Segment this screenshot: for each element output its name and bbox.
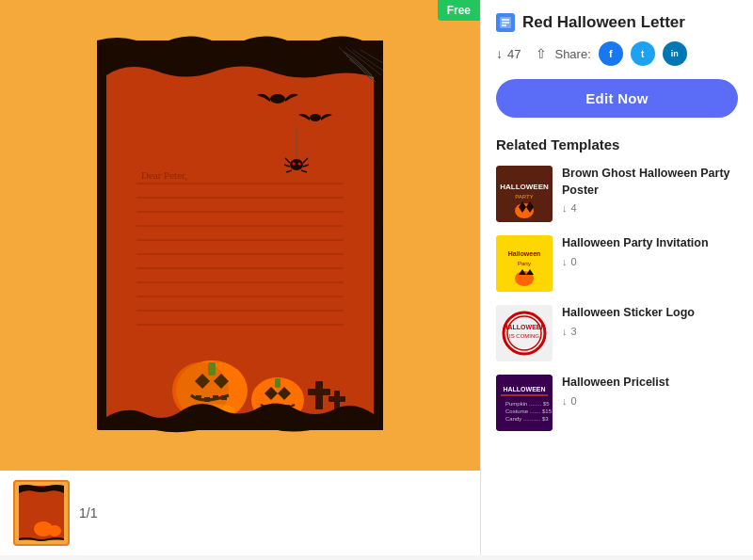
related-thumb-2: HALLOWEEN IS COMING: [496, 305, 553, 361]
related-dl-0: ↓ 4: [562, 202, 738, 214]
svg-text:Party: Party: [518, 261, 531, 266]
related-info-2: Halloween Sticker Logo ↓ 3: [562, 305, 738, 337]
left-panel: Free: [0, 0, 480, 555]
related-dl-1: ↓ 0: [562, 256, 738, 267]
related-item[interactable]: HALLOWEEN Pumpkin ........ $5 Costume ..…: [496, 375, 738, 431]
svg-text:HALLOWEEN: HALLOWEEN: [500, 183, 549, 191]
download-count: ↓ 47: [496, 46, 521, 61]
related-name-1: Halloween Party Invitation: [562, 235, 738, 252]
svg-point-17: [293, 163, 296, 166]
related-info-3: Halloween Pricelist ↓ 0: [562, 375, 738, 407]
free-badge: Free: [438, 0, 480, 21]
svg-text:Pumpkin ........ $5: Pumpkin ........ $5: [505, 401, 550, 407]
template-title-row: Red Halloween Letter: [496, 13, 738, 32]
svg-point-18: [298, 163, 301, 166]
meta-row: ↓ 47 ⇧ Share: f t in: [496, 41, 738, 66]
template-title: Red Halloween Letter: [522, 13, 685, 32]
svg-text:Costume ....... $15: Costume ....... $15: [505, 408, 553, 414]
related-name-2: Halloween Sticker Logo: [562, 305, 738, 322]
page-counter: 1/1: [79, 505, 97, 520]
svg-point-7: [270, 94, 285, 104]
twitter-share-button[interactable]: t: [631, 41, 655, 66]
related-info-1: Halloween Party Invitation ↓ 0: [562, 235, 738, 267]
svg-text:HALLOWEEN: HALLOWEEN: [503, 324, 545, 330]
related-item[interactable]: Halloween Party Halloween Party Invitati…: [496, 235, 738, 292]
share-icon: ⇧: [536, 46, 547, 61]
download-icon: ↓: [496, 46, 503, 61]
dl-icon-0: ↓: [562, 202, 568, 214]
dl-count-1: 0: [571, 256, 577, 267]
related-name-0: Brown Ghost Halloween Party Poster: [562, 166, 738, 199]
twitter-icon: t: [641, 49, 644, 59]
svg-text:PARTY: PARTY: [515, 194, 533, 200]
thumbnail-item[interactable]: [13, 480, 70, 546]
right-panel: Red Halloween Letter ↓ 47 ⇧ Share: f t i…: [480, 0, 753, 555]
download-number: 47: [507, 47, 521, 61]
thumbnail-preview: [17, 484, 66, 542]
svg-point-61: [48, 525, 61, 536]
related-item[interactable]: HALLOWEEN PARTY Brown Ghost Halloween Pa…: [496, 166, 738, 222]
halloween-letter-illustration: Dear Peter,: [89, 33, 391, 438]
related-item[interactable]: HALLOWEEN IS COMING Halloween Sticker Lo…: [496, 305, 738, 361]
facebook-icon: f: [609, 48, 613, 59]
svg-text:HALLOWEEN: HALLOWEEN: [503, 386, 545, 392]
svg-text:IS COMING: IS COMING: [509, 333, 539, 339]
template-icon: [496, 13, 515, 32]
related-dl-3: ↓ 0: [562, 395, 738, 407]
facebook-share-button[interactable]: f: [599, 41, 623, 66]
svg-rect-52: [308, 389, 330, 395]
dl-count-3: 0: [571, 395, 577, 407]
linkedin-icon: in: [671, 49, 679, 58]
svg-point-9: [290, 159, 303, 170]
related-info-0: Brown Ghost Halloween Party Poster ↓ 4: [562, 166, 738, 214]
linkedin-share-button[interactable]: in: [663, 41, 687, 66]
svg-rect-2: [106, 50, 374, 421]
dl-icon-3: ↓: [562, 395, 568, 407]
related-name-3: Halloween Pricelist: [562, 375, 738, 392]
dl-count-0: 4: [571, 202, 577, 214]
svg-text:Halloween: Halloween: [508, 250, 541, 257]
main-image: Dear Peter,: [0, 0, 480, 471]
related-thumb-0: HALLOWEEN PARTY: [496, 166, 553, 222]
svg-text:Candy ........... $3: Candy ........... $3: [505, 416, 549, 422]
share-label: Share:: [554, 47, 590, 61]
svg-text:Dear Peter,: Dear Peter,: [141, 169, 187, 181]
dl-icon-2: ↓: [562, 326, 568, 337]
dl-count-2: 3: [571, 326, 577, 337]
related-thumb-1: Halloween Party: [496, 235, 553, 292]
share-row: ⇧ Share: f t in: [536, 41, 686, 66]
related-templates-title: Related Templates: [496, 136, 738, 152]
related-thumb-3: HALLOWEEN Pumpkin ........ $5 Costume ..…: [496, 375, 553, 431]
svg-rect-54: [328, 396, 345, 402]
edit-now-button[interactable]: Edit Now: [496, 79, 738, 118]
svg-point-8: [310, 114, 321, 121]
related-dl-2: ↓ 3: [562, 326, 738, 337]
dl-icon-1: ↓: [562, 256, 568, 267]
thumbnail-bar: 1/1: [0, 471, 480, 555]
